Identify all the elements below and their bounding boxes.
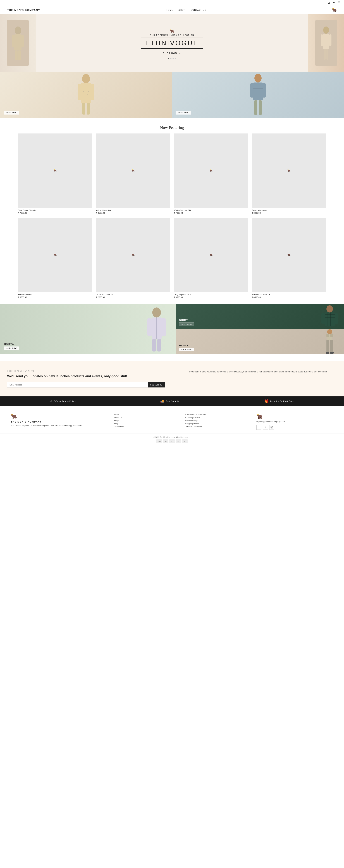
svg-rect-30 [262,83,266,97]
hero-title: ETHNIVOGUE [141,38,203,49]
banner-kurta-shop-button[interactable]: SHOP NOW [4,111,19,115]
svg-point-43 [326,305,333,312]
cart-icon[interactable] [338,1,340,4]
collection-pants-content: PANTS SHOP NOW [179,344,194,351]
shipping-icon: 🚚 [160,399,164,403]
product-5[interactable]: 🐂 Blue cotton shirt ₹ 3500.00 [18,218,92,299]
user-icon[interactable] [333,1,335,4]
collection-pants-btn[interactable]: SHOP NOW [179,348,194,351]
nav-links: HOME SHOP CONTACT US [166,9,206,11]
svg-rect-39 [161,318,166,336]
product-4[interactable]: 🐂 Grey cotton pants ₹ 3000.00 [252,133,326,214]
nav-contact[interactable]: CONTACT US [191,9,206,11]
benefit-returns: ↩ 7-Days Return Policy [50,399,76,403]
product-4-logo: 🐂 [287,169,290,172]
two-banners: SHOP NOW SHOP NOW [0,71,344,118]
hero-model-left-image [7,20,29,66]
svg-rect-12 [321,34,323,46]
newsletter-left: KEEP IN TOUCH WITH US We'll send you upd… [0,361,172,396]
newsletter-tag: KEEP IN TOUCH WITH US [7,370,165,372]
product-8-name: White Linen Shirt – B... [252,293,326,296]
nav-home[interactable]: HOME [166,9,173,11]
collection-shirt-btn[interactable]: SHOP NOW [179,322,194,326]
footer-link-shop[interactable]: Shop [114,420,178,422]
product-3-name: White Chanderi Silk... [174,209,248,211]
dot-3[interactable] [173,58,174,59]
footer-link-shipping[interactable]: Shipping Policy [185,423,249,425]
svg-line-1 [329,3,330,4]
footer-bull-icon: 🐂 [11,413,107,419]
product-1-logo: 🐂 [54,169,57,172]
footer: 🐂 THE MEN'S KOMPANY The Men's Kompany – … [0,406,344,433]
svg-rect-35 [259,100,262,115]
newsletter-right: If you want to give your male connection… [172,361,344,396]
footer-link-contact[interactable]: Contact Us [114,426,178,428]
email-input[interactable] [7,382,148,388]
search-icon[interactable] [327,1,331,4]
copyright-text: © 2022 The Men Kompany. All rights reser… [3,436,341,438]
footer-link-exchange[interactable]: Exchange Policy [185,416,249,418]
footer-link-home[interactable]: Home [114,413,178,415]
nav-logo[interactable]: THE MEN'S KOMPANY [7,8,40,11]
collection-kurta-label: KURTA [4,343,19,345]
nav-shop[interactable]: SHOP [178,9,185,11]
collection-kurta: KURTA SHOP NOW [0,304,176,354]
product-3-price: ₹ 7000.00 [174,212,248,214]
products-row-2: 🐂 Blue cotton shirt ₹ 3500.00 🐂 Off Whit… [18,218,326,299]
dot-2[interactable] [170,58,171,59]
newsletter-right-text: If you want to give your male connection… [179,370,337,373]
collections-section: KURTA SHOP NOW SHIRT SHOP NOW [0,304,344,354]
svg-rect-8 [15,51,18,60]
product-2[interactable]: 🐂 Yellow Linen Shirt ₹ 3500.00 [96,133,170,214]
benefit-shipping-text: Free Shipping [166,400,180,402]
hero-bull-icon: 🐂 [141,29,203,33]
svg-point-24 [88,91,89,92]
svg-rect-15 [326,49,328,60]
footer-link-privacy[interactable]: Privacy Policy [185,420,249,422]
product-6-price: ₹ 2000.00 [96,296,170,299]
product-1[interactable]: 🐂 Olive Green Chande... ₹ 7000.00 [18,133,92,214]
newsletter-heading: We'll send you updates on new launches,p… [7,374,165,378]
instagram-icon[interactable] [269,425,274,430]
footer-link-terms[interactable]: Terms & Conditions [185,426,249,428]
banner-kurta: SHOP NOW [0,71,172,118]
product-3[interactable]: 🐂 White Chanderi Silk... ₹ 7000.00 [174,133,248,214]
footer-contact: 🐂 support@themenskompany.com f t [256,413,333,430]
product-5-logo: 🐂 [54,253,57,256]
featuring-title: Now Featuring [0,118,344,133]
product-7-logo: 🐂 [209,253,212,256]
collection-shirt-content: SHIRT SHOP NOW [179,319,194,326]
product-3-image: 🐂 [174,133,248,208]
dot-4[interactable] [175,58,176,59]
svg-rect-7 [21,35,24,48]
hero-subtitle: OUR PREMIUM KURTA COLLECTION [141,34,203,36]
facebook-icon[interactable]: f [256,425,261,430]
product-6-name: Off White Cotton Pa... [96,293,170,296]
hero-arrow-left-icon[interactable]: ‹ [1,41,2,45]
subscribe-button[interactable]: SUBSCRIBE [148,382,165,388]
twitter-icon[interactable]: t [263,425,268,430]
footer-link-cancellations[interactable]: Cancellations & Returns [185,413,249,415]
footer-bottom: © 2022 The Men Kompany. All rights reser… [0,433,344,446]
footer-col-pages: Home About Us Shop Blog Contact Us [114,413,178,430]
product-2-logo: 🐂 [132,169,135,172]
collection-shirt-label: SHIRT [179,319,194,321]
product-6-image: 🐂 [96,218,170,292]
collection-kurta-btn[interactable]: SHOP NOW [4,346,19,350]
product-8[interactable]: 🐂 White Linen Shirt – B... ₹ 4500.00 [252,218,326,299]
svg-rect-19 [91,84,94,100]
product-5-price: ₹ 3500.00 [18,296,92,299]
banner-shirt-shop-button[interactable]: SHOP NOW [176,111,191,115]
product-6[interactable]: 🐂 Off White Cotton Pa... ₹ 2000.00 [96,218,170,299]
hero-cta-button[interactable]: SHOP NOW → [163,52,181,55]
mastercard-icon: MC [163,439,168,443]
svg-rect-34 [254,100,257,115]
product-7[interactable]: 🐂 Grey striped linen s... ₹ 3500.00 [174,218,248,299]
benefit-first-order-text: Benefits On First Order [270,400,294,402]
footer-link-blog[interactable]: Blog [114,423,178,425]
footer-link-about[interactable]: About Us [114,416,178,418]
footer-col-policies: Cancellations & Returns Exchange Policy … [185,413,249,430]
footer-brand-name: THE MEN'S KOMPANY [11,421,107,423]
dot-1[interactable] [168,58,169,59]
product-3-logo: 🐂 [209,169,212,172]
